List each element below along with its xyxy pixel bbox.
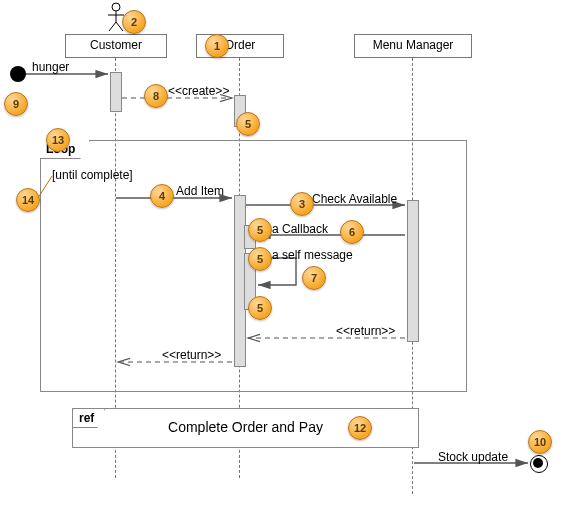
msg-callback: a Callback [272,222,328,236]
callout-8: 8 [144,84,168,108]
callout-5b: 5 [248,218,272,242]
callout-14: 14 [16,188,40,212]
callout-1: 1 [205,34,229,58]
callout-3: 3 [290,192,314,216]
svg-line-3 [109,22,116,31]
lifeline-label: Order [225,38,256,52]
callout-13: 13 [46,128,70,152]
callout-10: 10 [528,430,552,454]
lifeline-head-menu: Menu Manager [354,34,472,58]
svg-point-0 [112,3,120,11]
callout-4: 4 [150,184,174,208]
lifeline-label: Customer [90,38,142,52]
msg-stock-update: Stock update [438,450,508,464]
lifeline-head-customer: Customer [65,34,167,58]
msg-create: <<create>> [168,84,229,98]
sequence-diagram: Customer Order Menu Manager Loop [until … [0,0,564,519]
msg-add-item: Add Item [176,184,224,198]
msg-self: a self message [272,248,353,262]
callout-7: 7 [302,266,326,290]
msg-hunger: hunger [32,60,69,74]
msg-return-2: <<return>> [162,348,221,362]
msg-return-1: <<return>> [336,324,395,338]
callout-9: 9 [4,92,28,116]
exec-customer-1 [110,72,122,112]
callout-5c: 5 [248,247,272,271]
callout-6: 6 [340,220,364,244]
start-endpoint [10,66,26,82]
end-endpoint [530,455,548,473]
callout-12: 12 [348,416,372,440]
msg-check-available: Check Available [312,192,397,206]
callout-2: 2 [122,10,146,34]
callout-5a: 5 [236,112,260,136]
lifeline-label: Menu Manager [373,38,454,52]
callout-5d: 5 [248,296,272,320]
loop-guard: [until complete] [52,168,133,182]
